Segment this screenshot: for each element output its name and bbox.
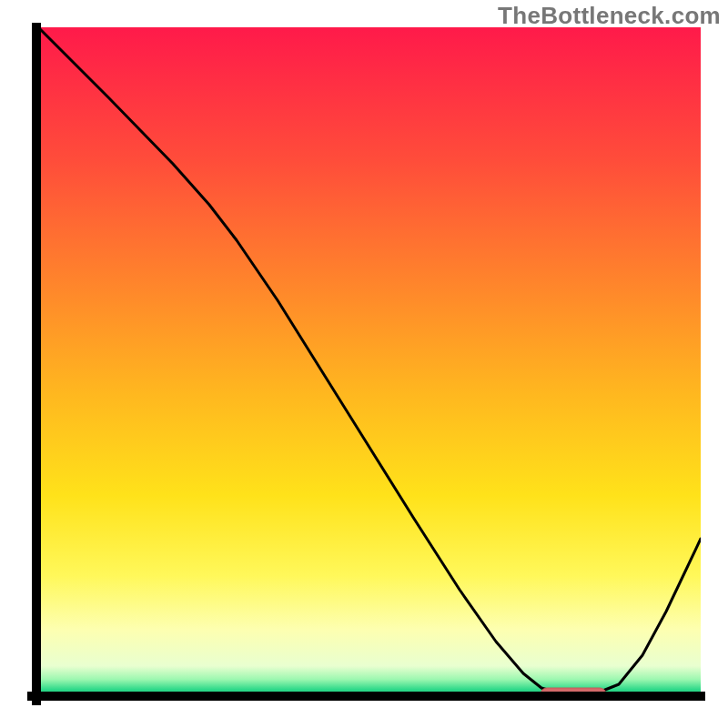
bottleneck-chart	[0, 0, 728, 728]
plot-area	[36, 27, 701, 701]
chart-container: TheBottleneck.com	[0, 0, 728, 728]
watermark-text: TheBottleneck.com	[498, 2, 721, 30]
